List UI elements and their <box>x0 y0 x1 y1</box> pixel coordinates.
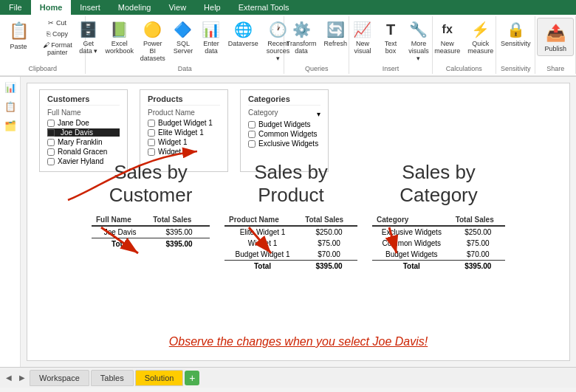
table-row: Budget Widgets $70.00 <box>372 249 505 261</box>
product-table: Product Name Total Sales Elite Widget 1 … <box>224 214 357 272</box>
checkbox-common-widgets[interactable] <box>248 131 256 138</box>
excel-workbook-button[interactable]: 📗 Excelworkbook <box>103 18 136 56</box>
categories-expand-icon[interactable]: ▾ <box>317 110 320 118</box>
dataverse-icon: 🌐 <box>233 19 253 40</box>
tab-help[interactable]: Help <box>195 0 230 15</box>
nav-next[interactable]: ▶ <box>16 372 28 384</box>
col-fullname: Full Name <box>92 214 148 226</box>
nav-prev[interactable]: ◀ <box>3 372 15 384</box>
filter-item-joe[interactable]: Joe Davis <box>47 128 120 137</box>
cut-button[interactable]: ✂ Cut <box>34 18 80 28</box>
table-row: Budget Widget 1 $70.00 <box>224 249 357 261</box>
checkbox-jane[interactable] <box>47 120 55 127</box>
filter-item-ronald[interactable]: Ronald Gracen <box>47 148 120 156</box>
format-painter-button[interactable]: 🖌 Format painter <box>34 40 80 58</box>
tab-insert[interactable]: Insert <box>71 0 109 15</box>
add-tab-button[interactable]: + <box>185 371 199 385</box>
filter-item-jane[interactable]: Jane Doe <box>47 119 120 127</box>
ribbon-tab-bar: File Home Insert Modeling View Help Exte… <box>0 0 576 15</box>
checkbox-elite1[interactable] <box>148 129 155 137</box>
tab-external-tools[interactable]: External Tools <box>230 0 298 15</box>
filter-item-elite1[interactable]: Elite Widget 1 <box>148 128 220 137</box>
ribbon-group-insert: 📈 Newvisual T Textbox 🔧 Morevisuals ▾ In… <box>349 16 432 74</box>
filter-item-widget1[interactable]: Widget 1 <box>148 138 220 146</box>
tab-file[interactable]: File <box>0 0 31 15</box>
checkbox-exclusive-widgets[interactable] <box>248 140 256 148</box>
publish-button[interactable]: 📤 Publish <box>537 18 574 56</box>
left-sidebar: 📊 📋 🗂️ <box>0 77 21 367</box>
power-bi-button[interactable]: 🟡 Power BIdatasets <box>137 18 168 63</box>
table-row: Common Widgets $75.00 <box>372 238 505 249</box>
new-visual-button[interactable]: 📈 Newvisual <box>349 18 376 56</box>
refresh-label: Refresh <box>323 40 347 47</box>
ribbon-group-share: 📤 Publish Share <box>535 16 576 74</box>
dataverse-button[interactable]: 🌐 Dataverse <box>226 18 260 49</box>
cell-elite-sales: $250.00 <box>301 226 357 238</box>
enter-data-icon: 📊 <box>201 19 222 40</box>
excel-label: Excelworkbook <box>106 40 134 55</box>
total-row-category: Total $395.00 <box>372 261 505 272</box>
dataverse-label: Dataverse <box>228 40 258 47</box>
tab-home[interactable]: Home <box>31 0 72 15</box>
table-row: Elite Widget 1 $250.00 <box>224 226 357 238</box>
sensitivity-button[interactable]: 🔒 Sensitivity <box>498 18 534 49</box>
filter-item-widget2[interactable]: Widget 2 <box>148 148 220 156</box>
tab-workspace[interactable]: Workspace <box>30 370 89 386</box>
copy-button[interactable]: ⎘ Copy <box>34 29 80 39</box>
share-label: Share <box>546 63 564 72</box>
sidebar-model-icon[interactable]: 🗂️ <box>3 118 18 133</box>
enter-data-button[interactable]: 📊 Enterdata <box>198 18 224 56</box>
customers-subtitle: Full Name <box>47 109 120 117</box>
ribbon-group-calculations: fx Newmeasure ⚡ Quickmeasure Calculation… <box>433 16 496 74</box>
sensitivity-icon: 🔒 <box>505 19 526 40</box>
transform-button[interactable]: ⚙️ Transformdata <box>284 18 320 56</box>
col-totalsales-2: Total Sales <box>301 214 357 226</box>
power-bi-icon: 🟡 <box>143 19 163 40</box>
filter-item-exclusive-widgets[interactable]: Exclusive Widgets <box>248 140 320 148</box>
customer-section: Sales byCustomer Full Name Total Sales J… <box>92 161 210 272</box>
tab-view[interactable]: View <box>160 0 195 15</box>
checkbox-budget-widgets[interactable] <box>248 121 256 128</box>
tab-tables[interactable]: Tables <box>91 370 134 386</box>
filter-item-budget1[interactable]: Budget Widget 1 <box>148 119 220 127</box>
product-big-label: Sales byProduct <box>224 161 357 207</box>
checkbox-mary[interactable] <box>47 139 55 146</box>
new-measure-button[interactable]: fx Newmeasure <box>431 18 463 56</box>
bottom-tab-bar: ◀ ▶ Workspace Tables Solution + <box>0 367 576 388</box>
text-box-icon: T <box>380 19 401 40</box>
checkbox-widget2[interactable] <box>148 148 155 156</box>
get-data-button[interactable]: 🗄️ Getdata ▾ <box>75 18 102 56</box>
tab-modeling[interactable]: Modeling <box>109 0 160 15</box>
refresh-button[interactable]: 🔄 Refresh <box>320 18 350 49</box>
cell-joe: Joe Davis <box>92 226 148 238</box>
checkbox-ronald[interactable] <box>47 148 55 156</box>
col-totalsales-1: Total Sales <box>148 214 210 226</box>
filter-item-budget-widgets[interactable]: Budget Widgets <box>248 120 320 128</box>
text-box-button[interactable]: T Textbox <box>377 18 404 56</box>
col-category: Category <box>372 214 451 226</box>
cell-budget1: Budget Widget 1 <box>224 249 301 261</box>
categories-filter: Categories Category ▾ Budget Widgets Com… <box>240 89 329 172</box>
text-box-label: Textbox <box>385 40 397 55</box>
canvas: Customers Full Name Jane Doe Joe Davis M… <box>27 83 570 361</box>
sidebar-data-icon[interactable]: 📋 <box>3 99 18 114</box>
checkbox-widget1[interactable] <box>148 139 155 146</box>
cell-elite: Elite Widget 1 <box>224 226 301 238</box>
sql-server-button[interactable]: 🔷 SQLServer <box>170 18 196 56</box>
quick-measure-icon: ⚡ <box>470 19 491 40</box>
filter-item-mary[interactable]: Mary Franklin <box>47 138 120 146</box>
sidebar-report-icon[interactable]: 📊 <box>3 80 18 94</box>
new-measure-icon: fx <box>437 19 458 40</box>
queries-label: Queries <box>305 63 329 72</box>
tab-solution[interactable]: Solution <box>135 370 184 386</box>
ribbon-group-data: 🗄️ Getdata ▾ 📗 Excelworkbook 🟡 Power BId… <box>86 16 284 74</box>
filter-item-common-widgets[interactable]: Common Widgets <box>248 130 320 138</box>
checkbox-budget1[interactable] <box>148 120 155 127</box>
cell-budget1-sales: $70.00 <box>301 249 357 261</box>
quick-measure-button[interactable]: ⚡ Quickmeasure <box>464 18 496 56</box>
table-row: Exclusive Widgets $250.00 <box>372 226 505 238</box>
cell-joe-sales: $395.00 <box>148 226 210 238</box>
more-visuals-button[interactable]: 🔧 Morevisuals ▾ <box>405 18 432 63</box>
paste-button[interactable]: 📋 Paste <box>4 18 32 52</box>
cell-common: Common Widgets <box>372 238 451 249</box>
